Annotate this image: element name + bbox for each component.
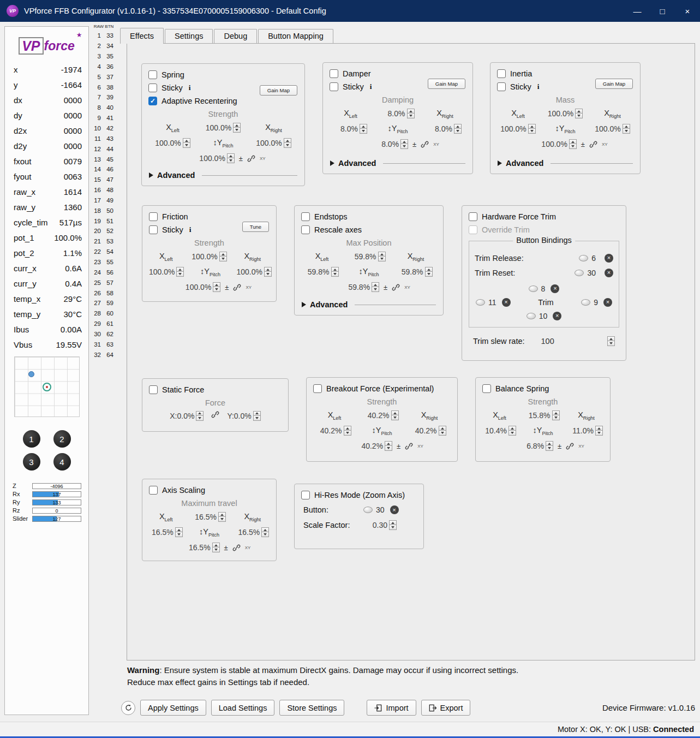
sticky-checkbox[interactable] (148, 84, 157, 92)
breakout-force-checkbox[interactable] (313, 384, 322, 393)
y-gain-spinner[interactable]: 100.0% (186, 282, 220, 292)
balance-spring-checkbox[interactable] (482, 384, 491, 393)
hires-mode-row[interactable]: Hi-Res Mode (Zoom Axis) (301, 491, 417, 499)
y-gain-spinner[interactable]: 100.0% (199, 153, 234, 163)
plus-minus-button[interactable]: ± (384, 283, 387, 291)
spinner-arrows[interactable] (425, 267, 433, 277)
adaptive-recentering-row[interactable]: Adaptive Recentering (148, 97, 298, 105)
refresh-button[interactable] (121, 701, 135, 715)
x-right-gain-spinner[interactable]: 40.2% (413, 426, 446, 436)
y-gain-spinner[interactable]: 40.2% (359, 441, 392, 451)
plus-minus-button[interactable]: ± (581, 140, 585, 148)
preset-button-2[interactable]: 2 (53, 430, 71, 448)
endstops-enable-row[interactable]: Endstops (301, 212, 436, 221)
spinner-arrows[interactable] (212, 543, 220, 552)
maximize-button[interactable]: □ (650, 0, 675, 22)
spinner-arrows[interactable] (372, 282, 379, 292)
sticky-checkbox[interactable] (149, 225, 158, 234)
clear-trim-release-button[interactable]: × (605, 254, 613, 263)
clear-trim-up-button[interactable]: × (551, 284, 559, 293)
x-right-gain-spinner[interactable]: 11.0% (570, 426, 603, 436)
spinner-arrows[interactable] (378, 252, 386, 261)
spinner-arrows[interactable] (233, 123, 241, 133)
trim-reset-binding-chip[interactable]: 30 (575, 269, 596, 277)
x-left-gain-spinner[interactable]: 16.5% (149, 527, 183, 537)
inertia-advanced-expander[interactable]: Advanced (498, 159, 633, 168)
minimize-button[interactable]: — (625, 0, 650, 22)
x-gain-spinner[interactable]: 59.8% (352, 252, 386, 261)
hires-mode-checkbox[interactable] (301, 491, 310, 499)
x-right-gain-spinner[interactable]: 100.0% (595, 124, 630, 134)
link-axes-icon[interactable] (421, 140, 429, 148)
link-axes-icon[interactable] (566, 442, 574, 450)
spinner-arrows[interactable] (391, 410, 399, 420)
clear-hires-button[interactable]: × (390, 505, 399, 514)
spinner-arrows[interactable] (261, 527, 269, 537)
link-axes-icon[interactable] (589, 140, 597, 148)
preset-button-3[interactable]: 3 (23, 453, 40, 471)
balance-spring-row[interactable]: Balance Spring (482, 384, 603, 393)
trim-left-binding-chip[interactable]: 11 (476, 298, 496, 307)
plus-minus-button[interactable]: ± (224, 544, 228, 552)
spinner-arrows[interactable] (196, 411, 204, 421)
spring-checkbox[interactable] (148, 70, 157, 79)
spinner-arrows[interactable] (575, 109, 583, 118)
import-button[interactable]: Import (367, 700, 416, 716)
x-right-gain-spinner[interactable]: 100.0% (236, 267, 271, 277)
link-axes-icon[interactable] (211, 410, 219, 419)
clear-trim-down-button[interactable]: × (553, 312, 561, 320)
spinner-arrows[interactable] (400, 139, 408, 149)
x-right-gain-spinner[interactable]: 100.0% (256, 138, 291, 148)
spinner-arrows[interactable] (623, 124, 630, 134)
static-force-row[interactable]: Static Force (149, 385, 282, 394)
spinner-arrows[interactable] (546, 441, 553, 451)
static-force-checkbox[interactable] (149, 385, 158, 394)
spinner-arrows[interactable] (344, 426, 351, 436)
x-left-gain-spinner[interactable]: 8.0% (334, 124, 367, 134)
tab-debug[interactable]: Debug (214, 29, 257, 43)
spring-gain-map-button[interactable]: Gain Map (260, 85, 297, 96)
hardware-force-trim-checkbox[interactable] (469, 212, 477, 221)
trim-up-binding-chip[interactable]: 8 (529, 284, 546, 293)
override-trim-checkbox[interactable] (469, 225, 477, 234)
spinner-arrows[interactable] (595, 426, 603, 436)
x-gain-spinner[interactable]: 15.8% (527, 410, 560, 420)
sticky-checkbox[interactable] (330, 82, 338, 91)
x-left-gain-spinner[interactable]: 40.2% (318, 426, 351, 436)
endstops-advanced-expander[interactable]: Advanced (302, 300, 436, 309)
info-icon[interactable]: i (189, 225, 192, 234)
trim-right-binding-chip[interactable]: 9 (581, 298, 598, 307)
static-force-y-spinner[interactable]: Y:0.0% (227, 411, 260, 421)
x-gain-spinner[interactable]: 100.0% (192, 252, 226, 261)
endstops-checkbox[interactable] (301, 212, 310, 221)
clear-trim-left-button[interactable]: × (502, 298, 511, 307)
spinner-arrows[interactable] (552, 410, 560, 420)
info-icon[interactable]: i (189, 84, 191, 92)
spinner-arrows[interactable] (218, 512, 226, 522)
plus-minus-button[interactable]: ± (558, 442, 561, 450)
link-axes-icon[interactable] (405, 442, 413, 450)
trim-down-binding-chip[interactable]: 10 (527, 312, 548, 320)
info-icon[interactable]: i (370, 82, 372, 91)
y-gain-spinner[interactable]: 8.0% (375, 139, 408, 149)
spinner-arrows[interactable] (213, 282, 220, 292)
damper-advanced-expander[interactable]: Advanced (330, 159, 465, 168)
link-axes-icon[interactable] (247, 154, 255, 163)
plus-minus-button[interactable]: ± (412, 140, 416, 148)
spinner-arrows[interactable] (183, 138, 190, 148)
inertia-checkbox[interactable] (497, 69, 506, 78)
scale-factor-spinner[interactable]: 0.30 (363, 520, 397, 530)
preset-button-1[interactable]: 1 (23, 430, 40, 448)
damper-enable-row[interactable]: Damper (330, 69, 466, 78)
hardware-force-trim-row[interactable]: Hardware Force Trim (469, 212, 619, 221)
clear-trim-right-button[interactable]: × (603, 298, 612, 307)
friction-enable-row[interactable]: Friction (149, 212, 270, 221)
sticky-checkbox[interactable] (497, 82, 506, 91)
load-settings-button[interactable]: Load Settings (211, 700, 275, 716)
damper-checkbox[interactable] (330, 69, 338, 78)
trim-slew-rate-spinner[interactable] (607, 336, 615, 346)
inertia-gain-map-button[interactable]: Gain Map (595, 79, 633, 89)
spinner-arrows[interactable] (407, 109, 415, 118)
y-gain-spinner[interactable]: 100.0% (541, 139, 576, 149)
friction-checkbox[interactable] (149, 212, 158, 221)
